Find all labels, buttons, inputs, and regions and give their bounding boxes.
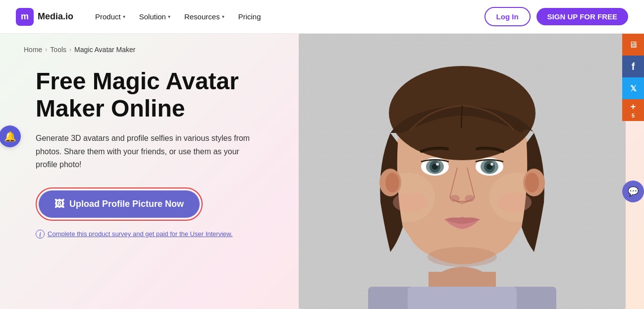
info-icon: i [36, 230, 45, 239]
svg-point-29 [428, 247, 497, 267]
chevron-down-icon: ▾ [123, 14, 125, 19]
chat-icon: 💬 [628, 186, 639, 197]
addthis-count: 5 [632, 113, 635, 119]
svg-point-27 [393, 192, 428, 212]
svg-point-28 [497, 192, 532, 212]
hero-description: Generate 3D avatars and profile selfies … [36, 132, 256, 171]
survey-link[interactable]: i Complete this product survey and get p… [36, 230, 256, 239]
breadcrumb-sep: › [45, 46, 47, 53]
left-panel: Home › Tools › Magic Avatar Maker 🔔 Free… [0, 34, 280, 309]
logo-icon: m [16, 8, 34, 26]
avatar-svg [299, 34, 626, 309]
main-content: Home › Tools › Magic Avatar Maker 🔔 Free… [0, 34, 644, 309]
chevron-down-icon: ▾ [222, 14, 224, 19]
sidebar-facebook-button[interactable]: f [622, 56, 644, 77]
sidebar-chat-button[interactable]: 💬 [622, 181, 644, 202]
cta-border: 🖼 Upload Profile Picture Now [36, 187, 203, 221]
nav-item-product[interactable]: Product ▾ [89, 8, 131, 25]
nav-item-resources[interactable]: Resources ▾ [178, 8, 230, 25]
signup-button[interactable]: SIGN UP FOR FREE [537, 8, 628, 25]
nav-actions: Log In SIGN UP FOR FREE [484, 7, 628, 26]
breadcrumb-sep2: › [69, 46, 71, 53]
nav-item-pricing[interactable]: Pricing [232, 8, 267, 25]
nav-links: Product ▾ Solution ▾ Resources ▾ Pricing [89, 8, 484, 25]
breadcrumb-current: Magic Avatar Maker [74, 46, 135, 54]
login-button[interactable]: Log In [484, 7, 531, 26]
breadcrumb-tools[interactable]: Tools [50, 46, 66, 54]
sidebar-addthis-button[interactable]: + 5 [622, 99, 644, 121]
breadcrumb: Home › Tools › Magic Avatar Maker [24, 46, 256, 54]
svg-point-19 [436, 163, 439, 166]
notification-bell[interactable]: 🔔 [0, 125, 21, 147]
svg-point-12 [385, 173, 399, 192]
nav-item-solution[interactable]: Solution ▾ [133, 8, 176, 25]
twitter-icon: 𝕏 [630, 84, 637, 93]
navbar: m Media.io Product ▾ Solution ▾ Resource… [0, 0, 644, 34]
avatar-canvas [299, 34, 626, 309]
upload-icon: 🖼 [54, 198, 64, 210]
svg-point-14 [525, 173, 539, 192]
brand-name: Media.io [38, 11, 73, 22]
sidebar-right: 🖥 f 𝕏 + 5 💬 [622, 34, 644, 202]
right-panel: 🖥 f 𝕏 + 5 💬 [280, 34, 644, 309]
screen-icon: 🖥 [629, 40, 638, 50]
breadcrumb-home[interactable]: Home [24, 46, 42, 54]
upload-cta-button[interactable]: 🖼 Upload Profile Picture Now [39, 190, 200, 218]
plus-icon: + [631, 102, 636, 112]
cta-wrapper: 🖼 Upload Profile Picture Now [36, 187, 256, 221]
facebook-icon: f [632, 61, 635, 72]
svg-point-24 [490, 163, 493, 166]
logo-area[interactable]: m Media.io [16, 8, 73, 26]
chevron-down-icon: ▾ [168, 14, 170, 19]
svg-rect-5 [408, 287, 517, 309]
sidebar-screen-share-button[interactable]: 🖥 [622, 34, 644, 56]
sidebar-twitter-button[interactable]: 𝕏 [622, 77, 644, 99]
hero-title: Free Magic Avatar Maker Online [36, 67, 256, 122]
